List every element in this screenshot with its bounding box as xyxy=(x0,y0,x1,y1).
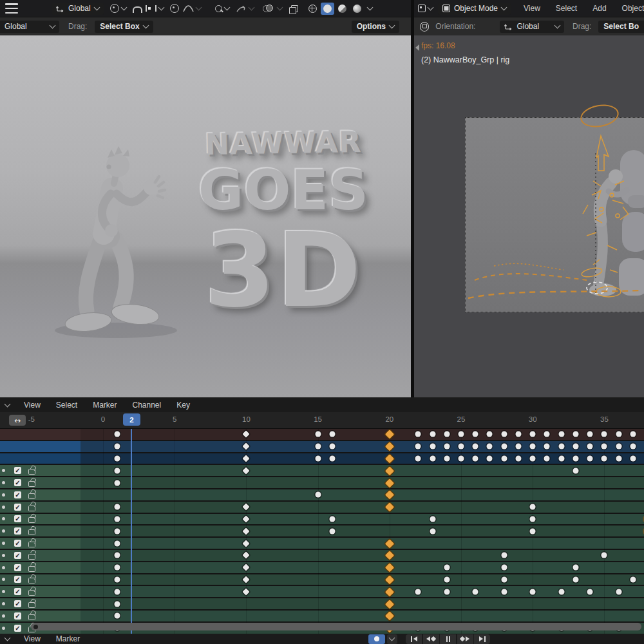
channel-header-8[interactable]: ✓ xyxy=(0,526,81,536)
hamburger-menu-icon[interactable] xyxy=(5,3,18,14)
keyframe-frame-35[interactable] xyxy=(601,431,607,437)
keyframe-frame-1[interactable] xyxy=(115,468,120,473)
channel-row-channel-4[interactable]: ✓ xyxy=(0,477,644,489)
keyframe-frame-36[interactable] xyxy=(616,444,621,450)
keyframe-frame-15[interactable] xyxy=(315,431,321,437)
keyframe-lane-10[interactable] xyxy=(80,550,644,561)
render-region-toggle[interactable] xyxy=(291,5,298,12)
keyframe-free-frame-10[interactable] xyxy=(243,504,250,511)
channel-row-summary-0[interactable] xyxy=(0,429,644,441)
editor-type-chevron-icon[interactable] xyxy=(5,635,11,641)
keyframe-frame-28[interactable] xyxy=(501,444,507,450)
snap-settings-dropdown[interactable] xyxy=(146,5,164,12)
keyframe-frame-15[interactable] xyxy=(315,455,321,461)
keyframe-lane-7[interactable] xyxy=(80,514,644,525)
selected-keyframe-frame-20[interactable] xyxy=(385,491,393,499)
snap-toggle[interactable] xyxy=(133,5,142,13)
keyframe-frame-36[interactable] xyxy=(616,455,621,461)
keyframe-frame-34[interactable] xyxy=(587,431,593,437)
keyframe-frame-1[interactable] xyxy=(115,601,120,607)
jump-to-end-button[interactable] xyxy=(474,634,490,644)
keyframe-lane-0[interactable] xyxy=(80,429,644,440)
channel-row-channel-10[interactable]: ✓ xyxy=(0,550,644,562)
channel-row-channel-14[interactable]: ✓ xyxy=(0,598,644,611)
falloff-dropdown[interactable] xyxy=(183,5,201,12)
keyframe-frame-1[interactable] xyxy=(115,444,120,450)
shading-material-button[interactable] xyxy=(336,3,349,15)
channel-header-12[interactable]: ✓ xyxy=(0,574,81,585)
keyframe-frame-24[interactable] xyxy=(444,431,450,437)
channel-enable-checkbox[interactable]: ✓ xyxy=(14,576,21,583)
keyframe-frame-35[interactable] xyxy=(601,553,607,558)
menu-marker[interactable]: Marker xyxy=(85,401,124,410)
keyframe-frame-1[interactable] xyxy=(115,480,120,486)
keyframe-frame-24[interactable] xyxy=(444,576,450,582)
keyframe-lane-1[interactable] xyxy=(80,441,644,452)
current-frame-indicator[interactable]: 2 xyxy=(123,413,140,426)
shading-wireframe-button[interactable] xyxy=(306,3,319,15)
left-3d-viewport[interactable]: NAWWAR GOES 3D xyxy=(0,35,411,397)
keyframe-grid[interactable]: ✓✓✓✓✓✓✓✓✓✓✓✓✓✓ xyxy=(0,429,644,634)
selected-keyframe-frame-20[interactable] xyxy=(385,430,393,439)
keyframe-frame-15[interactable] xyxy=(315,444,321,450)
keyframe-frame-29[interactable] xyxy=(515,455,521,461)
keyframe-free-frame-10[interactable] xyxy=(243,527,250,535)
keyframe-frame-22[interactable] xyxy=(415,431,421,437)
selected-keyframe-frame-20[interactable] xyxy=(385,551,393,560)
channel-row-object-1[interactable] xyxy=(0,441,644,453)
keyframe-frame-1[interactable] xyxy=(115,516,120,522)
keyframe-frame-32[interactable] xyxy=(558,455,564,461)
unlock-icon[interactable] xyxy=(28,614,35,620)
next-keyframe-button[interactable] xyxy=(457,634,473,644)
menu-add[interactable]: Add xyxy=(585,4,614,13)
keyframe-frame-36[interactable] xyxy=(616,589,621,594)
channel-enable-checkbox[interactable]: ✓ xyxy=(14,600,21,607)
keyframe-frame-36[interactable] xyxy=(616,431,621,437)
keyframe-frame-33[interactable] xyxy=(573,565,578,571)
menu-select[interactable]: Select xyxy=(48,401,85,410)
channel-row-channel-3[interactable]: ✓ xyxy=(0,465,644,477)
keyframe-frame-31[interactable] xyxy=(544,455,550,461)
keyframe-frame-33[interactable] xyxy=(573,468,578,473)
keyframe-free-frame-10[interactable] xyxy=(243,443,250,450)
keyframe-frame-24[interactable] xyxy=(444,455,450,461)
keyframe-frame-26[interactable] xyxy=(473,444,478,450)
keyframe-frame-23[interactable] xyxy=(430,431,435,437)
keyframe-frame-16[interactable] xyxy=(329,455,335,461)
selected-keyframe-frame-20[interactable] xyxy=(385,502,393,511)
menu-channel[interactable]: Channel xyxy=(125,401,169,410)
keyframe-free-frame-10[interactable] xyxy=(243,515,250,522)
keyframe-frame-32[interactable] xyxy=(558,444,564,450)
unlock-icon[interactable] xyxy=(28,602,35,608)
keyframe-frame-34[interactable] xyxy=(587,455,593,461)
keyframe-lane-12[interactable] xyxy=(80,574,644,585)
keyframe-frame-24[interactable] xyxy=(444,565,450,571)
channel-row-action-2[interactable] xyxy=(0,453,644,466)
keyframe-frame-1[interactable] xyxy=(115,455,120,461)
menu-key[interactable]: Key xyxy=(169,401,198,410)
keyframe-frame-30[interactable] xyxy=(530,455,536,461)
channel-enable-checkbox[interactable]: ✓ xyxy=(14,564,21,571)
gizmos-dropdown[interactable] xyxy=(215,5,229,12)
channel-header-1[interactable] xyxy=(0,441,81,452)
channel-enable-checkbox[interactable]: ✓ xyxy=(14,588,21,595)
menu-select[interactable]: Select xyxy=(548,4,585,13)
keyframe-frame-1[interactable] xyxy=(115,504,120,510)
keyframe-frame-27[interactable] xyxy=(487,444,493,450)
keyframe-frame-34[interactable] xyxy=(587,444,593,450)
unlock-icon[interactable] xyxy=(28,566,35,572)
keyframe-frame-25[interactable] xyxy=(459,444,464,450)
channel-enable-checkbox[interactable]: ✓ xyxy=(14,612,21,620)
keyframe-frame-23[interactable] xyxy=(430,516,435,522)
shading-rendered-button[interactable] xyxy=(350,3,364,15)
keyframe-frame-15[interactable] xyxy=(315,492,321,498)
keyframe-frame-28[interactable] xyxy=(501,431,507,437)
keyframe-frame-30[interactable] xyxy=(530,431,536,437)
keyframe-frame-16[interactable] xyxy=(329,431,335,437)
keyframe-frame-27[interactable] xyxy=(487,431,493,437)
keyframe-frame-35[interactable] xyxy=(601,444,607,450)
keyframe-frame-23[interactable] xyxy=(430,455,435,461)
editor-type-chevron-icon[interactable] xyxy=(5,401,11,407)
keyframe-free-frame-10[interactable] xyxy=(243,564,250,571)
keyframe-frame-1[interactable] xyxy=(115,528,120,534)
